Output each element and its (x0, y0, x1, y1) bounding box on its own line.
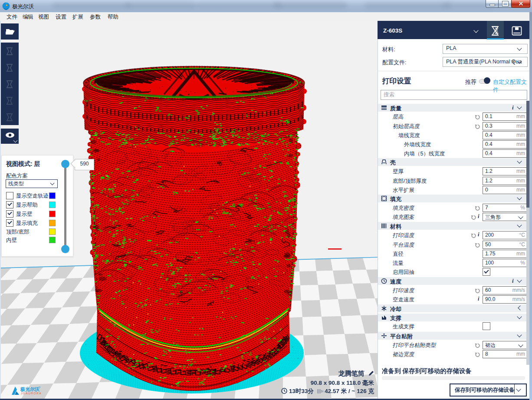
svg-text:JGAURORA: JGAURORA (21, 392, 42, 395)
svg-text:®: ® (39, 386, 41, 389)
svg-text:极光尔沃: 极光尔沃 (20, 387, 40, 392)
